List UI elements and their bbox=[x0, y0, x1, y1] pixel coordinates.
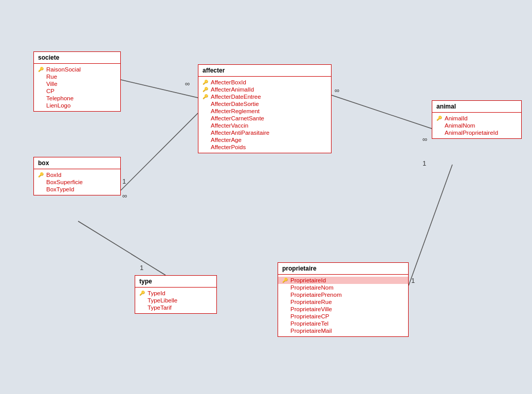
field-label-proprietaire-2: ProprietairePrenom bbox=[290, 292, 342, 298]
table-type: type🔑TypeIdTypeLibelleTypeTarif bbox=[135, 275, 217, 314]
field-label-proprietaire-1: ProprietaireNom bbox=[290, 284, 334, 291]
table-header-proprietaire: proprietaire bbox=[278, 263, 408, 275]
svg-line-1 bbox=[332, 95, 432, 129]
field-label-proprietaire-7: ProprietaireMail bbox=[290, 328, 332, 334]
pk-icon: 🔑 bbox=[203, 80, 209, 85]
field-proprietaire-proprietaireid: 🔑ProprietaireId bbox=[278, 277, 408, 284]
field-affecter-affectervaccin: AffecterVaccin bbox=[198, 122, 331, 129]
field-proprietaire-proprietairerue: ProprietaireRue bbox=[278, 298, 408, 306]
field-proprietaire-proprietairetel: ProprietaireTel bbox=[278, 320, 408, 327]
svg-line-2 bbox=[409, 165, 452, 285]
rel-label-one-3: 1 bbox=[411, 277, 415, 284]
field-proprietaire-proprietairemail: ProprietaireMail bbox=[278, 327, 408, 334]
table-body-proprietaire: 🔑ProprietaireIdProprietaireNomProprietai… bbox=[278, 275, 408, 336]
field-societe-telephone: Telephone bbox=[34, 95, 120, 102]
field-label-box-2: BoxTypeId bbox=[46, 186, 74, 192]
table-animal: animal🔑AnimalIdAnimalNomAnimalProprietai… bbox=[432, 100, 522, 139]
field-label-affecter-5: AffecterCarnetSante bbox=[211, 115, 264, 121]
field-affecter-affecterboxid: 🔑AffecterBoxId bbox=[198, 79, 331, 86]
field-label-proprietaire-4: ProprietaireVille bbox=[290, 306, 332, 312]
field-type-typelibelle: TypeLibelle bbox=[135, 297, 216, 304]
field-label-type-0: TypeId bbox=[148, 290, 166, 296]
pk-icon: 🔑 bbox=[38, 67, 44, 72]
table-affecter: affecter🔑AffecterBoxId🔑AffecterAnimalId🔑… bbox=[198, 64, 332, 153]
field-affecter-affectercarnetsante: AffecterCarnetSante bbox=[198, 115, 331, 122]
field-affecter-affecterpoids: AffecterPoids bbox=[198, 144, 331, 151]
pk-icon: 🔑 bbox=[203, 94, 209, 99]
rel-label-infinity-3: ∞ bbox=[335, 86, 339, 94]
field-label-proprietaire-3: ProprietaireRue bbox=[290, 299, 332, 305]
pk-icon: 🔑 bbox=[436, 116, 443, 121]
field-label-box-1: BoxSuperficie bbox=[46, 179, 83, 185]
pk-icon: 🔑 bbox=[282, 278, 288, 283]
field-label-affecter-8: AffecterAge bbox=[211, 137, 242, 143]
field-label-affecter-9: AffecterPoids bbox=[211, 144, 246, 150]
field-affecter-affecterreglement: AffecterReglement bbox=[198, 108, 331, 115]
field-box-boxsuperficie: BoxSuperficie bbox=[34, 178, 120, 186]
field-type-typetarif: TypeTarif bbox=[135, 304, 216, 311]
field-label-societe-5: LienLogo bbox=[46, 102, 70, 109]
table-societe: societe🔑RaisonSocialRueVilleCPTelephoneL… bbox=[33, 51, 121, 112]
table-body-societe: 🔑RaisonSocialRueVilleCPTelephoneLienLogo bbox=[34, 64, 120, 111]
table-box: box🔑BoxIdBoxSuperficieBoxTypeId bbox=[33, 157, 121, 195]
field-label-affecter-0: AffecterBoxId bbox=[211, 79, 246, 85]
field-label-type-1: TypeLibelle bbox=[148, 297, 177, 303]
field-label-societe-0: RaisonSocial bbox=[46, 66, 81, 73]
field-label-proprietaire-5: ProprietaireCP bbox=[290, 313, 329, 319]
field-affecter-affecterdateentree: 🔑AffecterDateEntree bbox=[198, 93, 331, 100]
pk-icon: 🔑 bbox=[203, 87, 209, 92]
field-proprietaire-proprietairenom: ProprietaireNom bbox=[278, 284, 408, 291]
field-societe-cp: CP bbox=[34, 87, 120, 95]
field-label-proprietaire-0: ProprietaireId bbox=[290, 277, 326, 283]
field-label-societe-4: Telephone bbox=[46, 95, 74, 101]
field-type-typeid: 🔑TypeId bbox=[135, 290, 216, 297]
field-societe-lienlogo: LienLogo bbox=[34, 102, 120, 109]
field-animal-animalproprietaireid: AnimalProprietaireId bbox=[432, 129, 521, 136]
field-label-box-0: BoxId bbox=[46, 172, 61, 178]
field-animal-animalid: 🔑AnimalId bbox=[432, 115, 521, 122]
field-animal-animalnom: AnimalNom bbox=[432, 122, 521, 129]
table-body-box: 🔑BoxIdBoxSuperficieBoxTypeId bbox=[34, 169, 120, 195]
field-label-affecter-7: AffecterAntiParasitaire bbox=[211, 130, 269, 136]
field-label-affecter-1: AffecterAnimalId bbox=[211, 86, 254, 93]
rel-label-infinity-4: ∞ bbox=[423, 135, 427, 143]
field-label-type-2: TypeTarif bbox=[148, 305, 172, 311]
rel-label-one-4: 1 bbox=[140, 264, 143, 272]
field-affecter-affecterage: AffecterAge bbox=[198, 136, 331, 144]
rel-label-infinity-1: ∞ bbox=[185, 80, 190, 87]
pk-icon: 🔑 bbox=[139, 291, 145, 296]
table-header-societe: societe bbox=[34, 52, 120, 64]
rel-label-infinity-2: ∞ bbox=[122, 192, 127, 200]
field-societe-rue: Rue bbox=[34, 73, 120, 80]
field-label-animal-2: AnimalProprietaireId bbox=[445, 130, 498, 136]
field-label-proprietaire-6: ProprietaireTel bbox=[290, 320, 328, 327]
field-label-affecter-3: AffecterDateSortie bbox=[211, 101, 259, 107]
table-header-affecter: affecter bbox=[198, 65, 331, 77]
field-label-animal-0: AnimalId bbox=[445, 115, 468, 121]
field-box-boxid: 🔑BoxId bbox=[34, 171, 120, 178]
field-label-societe-1: Rue bbox=[46, 74, 57, 80]
field-label-affecter-4: AffecterReglement bbox=[211, 108, 260, 114]
table-header-animal: animal bbox=[432, 101, 521, 113]
pk-icon: 🔑 bbox=[38, 172, 44, 177]
field-proprietaire-proprietairecp: ProprietaireCP bbox=[278, 313, 408, 320]
field-label-affecter-6: AffecterVaccin bbox=[211, 122, 248, 129]
field-label-societe-3: CP bbox=[46, 88, 54, 94]
table-body-affecter: 🔑AffecterBoxId🔑AffecterAnimalId🔑Affecter… bbox=[198, 77, 331, 153]
field-box-boxtypeid: BoxTypeId bbox=[34, 186, 120, 193]
rel-label-one-1: 1 bbox=[122, 177, 126, 185]
table-header-box: box bbox=[34, 157, 120, 169]
field-proprietaire-proprietaireprenom: ProprietairePrenom bbox=[278, 291, 408, 298]
table-header-type: type bbox=[135, 276, 216, 288]
field-affecter-affecterdatesortie: AffecterDateSortie bbox=[198, 100, 331, 108]
field-societe-ville: Ville bbox=[34, 80, 120, 87]
table-body-animal: 🔑AnimalIdAnimalNomAnimalProprietaireId bbox=[432, 113, 521, 138]
field-label-societe-2: Ville bbox=[46, 81, 58, 87]
field-label-affecter-2: AffecterDateEntree bbox=[211, 94, 261, 100]
field-label-animal-1: AnimalNom bbox=[445, 122, 475, 129]
svg-line-3 bbox=[78, 221, 166, 275]
field-societe-raisonsocial: 🔑RaisonSocial bbox=[34, 66, 120, 73]
table-body-type: 🔑TypeIdTypeLibelleTypeTarif bbox=[135, 288, 216, 313]
table-proprietaire: proprietaire🔑ProprietaireIdProprietaireN… bbox=[278, 262, 409, 337]
rel-label-one-2: 1 bbox=[423, 159, 426, 167]
